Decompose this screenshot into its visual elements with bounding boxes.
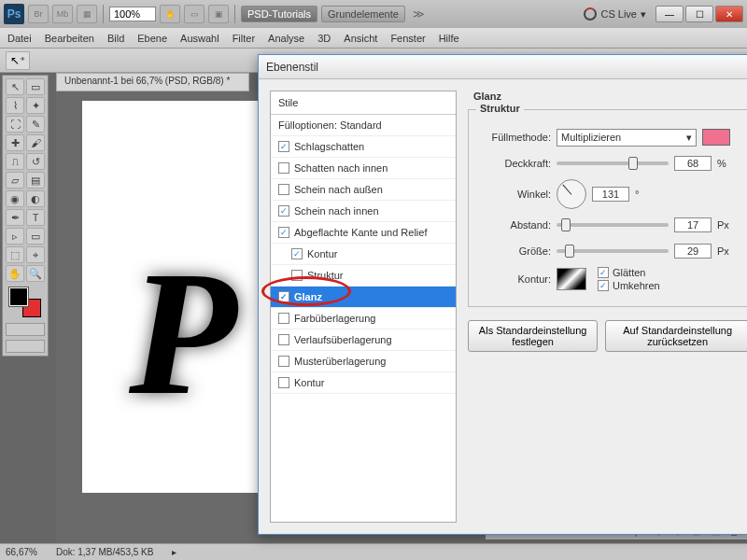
status-zoom[interactable]: 66,67%: [6, 547, 37, 557]
type-tool[interactable]: T: [26, 209, 45, 226]
document-tab[interactable]: Unbenannt-1 bei 66,7% (PSD, RGB/8) *: [56, 73, 249, 91]
menu-datei[interactable]: Datei: [7, 33, 32, 44]
style-row-schein-aussen[interactable]: Schein nach außen: [271, 179, 456, 201]
checkbox[interactable]: [278, 356, 289, 367]
menu-bild[interactable]: Bild: [107, 33, 124, 44]
crop-tool[interactable]: ⛶: [6, 116, 24, 133]
style-row-farbueberlagerung[interactable]: Farbüberlagerung: [271, 308, 456, 329]
slider-thumb[interactable]: [565, 245, 574, 258]
reset-default-button[interactable]: Auf Standardeinstellung zurücksetzen: [605, 320, 747, 352]
checkbox[interactable]: [291, 270, 303, 281]
styles-header[interactable]: Stile: [271, 91, 456, 115]
lasso-tool[interactable]: ⌇: [6, 97, 24, 114]
screen-mode-icon[interactable]: ▣: [208, 5, 229, 23]
checkbox[interactable]: [278, 227, 289, 238]
style-row-schein-innen[interactable]: Schein nach innen: [271, 201, 456, 222]
workspace-button[interactable]: Grundelemente: [321, 6, 405, 22]
move-tool-icon[interactable]: ↖⁺: [6, 51, 30, 70]
3d-tool[interactable]: ⬚: [6, 246, 24, 263]
angle-wheel[interactable]: [557, 179, 586, 209]
eraser-tool[interactable]: ▱: [6, 172, 24, 189]
dialog-titlebar[interactable]: Ebenenstil: [259, 55, 747, 79]
slider-thumb[interactable]: [628, 157, 638, 170]
style-row-glanz[interactable]: Glanz: [271, 287, 456, 308]
blur-tool[interactable]: ◉: [6, 190, 24, 207]
opacity-input[interactable]: 68: [674, 156, 712, 171]
minibridge-icon[interactable]: Mb: [52, 5, 73, 23]
maximize-button[interactable]: ☐: [685, 6, 713, 22]
foreground-color[interactable]: [9, 287, 28, 306]
checkbox[interactable]: [278, 162, 289, 174]
move-tool[interactable]: ↖: [6, 78, 24, 95]
minimize-button[interactable]: —: [655, 6, 684, 22]
menu-analyse[interactable]: Analyse: [268, 33, 304, 44]
style-row-kontur-sub[interactable]: Kontur: [271, 244, 456, 265]
menu-filter[interactable]: Filter: [233, 33, 255, 44]
angle-input[interactable]: 131: [592, 187, 629, 202]
history-brush-tool[interactable]: ↺: [26, 153, 45, 170]
status-chevron-icon[interactable]: ▸: [172, 547, 176, 557]
brush-tool[interactable]: 🖌: [26, 134, 45, 151]
menu-ebene[interactable]: Ebene: [137, 33, 167, 44]
zoom-tool[interactable]: 🔍: [26, 265, 45, 282]
style-row-schlagschatten[interactable]: Schlagschatten: [271, 136, 456, 158]
stamp-tool[interactable]: ⎍: [6, 153, 24, 170]
contour-picker[interactable]: [557, 268, 586, 290]
style-row-kontur[interactable]: Kontur: [271, 372, 456, 394]
shape-tool[interactable]: ▭: [26, 228, 45, 245]
checkbox[interactable]: [278, 141, 289, 152]
zoom-field[interactable]: 100%: [109, 7, 156, 21]
hand-icon[interactable]: ✋: [160, 5, 180, 23]
color-swatches[interactable]: [6, 286, 45, 319]
invert-checkbox[interactable]: Umkehren: [598, 280, 660, 291]
style-row-schatten-innen[interactable]: Schatten nach innen: [271, 158, 456, 179]
color-swatch[interactable]: [702, 129, 730, 146]
size-slider[interactable]: [557, 249, 669, 253]
screenmode-button[interactable]: [6, 340, 45, 353]
menu-auswahl[interactable]: Auswahl: [180, 33, 219, 44]
arrange-icon[interactable]: ▭: [184, 5, 204, 23]
checkbox[interactable]: [278, 184, 289, 195]
blend-mode-select[interactable]: Multiplizieren▾: [557, 129, 697, 147]
wand-tool[interactable]: ✦: [26, 97, 45, 114]
make-default-button[interactable]: Als Standardeinstellung festlegen: [468, 320, 598, 352]
menu-3d[interactable]: 3D: [317, 33, 331, 44]
quickmask-button[interactable]: [6, 323, 45, 336]
more-icon[interactable]: ≫: [409, 7, 429, 21]
gradient-tool[interactable]: ▤: [26, 172, 45, 189]
hand-tool[interactable]: ✋: [6, 265, 24, 282]
checkbox[interactable]: [278, 291, 289, 302]
checkbox[interactable]: [278, 205, 289, 217]
pen-tool[interactable]: ✒: [6, 209, 24, 226]
checkbox[interactable]: [278, 313, 289, 324]
checkbox[interactable]: [291, 248, 303, 259]
size-input[interactable]: 29: [674, 244, 712, 259]
menu-bearbeiten[interactable]: Bearbeiten: [45, 33, 94, 44]
distance-slider[interactable]: [557, 223, 669, 227]
menu-ansicht[interactable]: Ansicht: [344, 33, 377, 44]
cslive-button[interactable]: CS Live ▾: [584, 7, 646, 21]
path-tool[interactable]: ▹: [6, 228, 24, 245]
checkbox[interactable]: [278, 377, 289, 388]
heal-tool[interactable]: ✚: [6, 134, 24, 151]
style-row-bevel[interactable]: Abgeflachte Kante und Relief: [271, 222, 456, 244]
bridge-icon[interactable]: Br: [28, 5, 49, 23]
checkbox[interactable]: [278, 334, 289, 345]
opacity-slider[interactable]: [557, 161, 669, 165]
3dcam-tool[interactable]: ⌖: [26, 246, 45, 263]
antialias-checkbox[interactable]: Glätten: [598, 267, 660, 278]
close-button[interactable]: ✕: [715, 6, 743, 22]
menu-fenster[interactable]: Fenster: [390, 33, 425, 44]
workspace-button-active[interactable]: PSD-Tutorials: [241, 6, 317, 22]
style-row-struktur-sub[interactable]: Struktur: [271, 265, 456, 287]
distance-input[interactable]: 17: [674, 217, 712, 232]
marquee-tool[interactable]: ▭: [26, 78, 45, 95]
style-row-verlaufsueberlagerung[interactable]: Verlaufsüberlagerung: [271, 329, 456, 351]
dodge-tool[interactable]: ◐: [26, 190, 45, 207]
eyedropper-tool[interactable]: ✎: [26, 116, 45, 133]
status-doc-size[interactable]: Dok: 1,37 MB/453,5 KB: [56, 547, 154, 557]
style-row-musterueberlagerung[interactable]: Musterüberlagerung: [271, 351, 456, 372]
slider-thumb[interactable]: [561, 218, 571, 231]
fill-options-row[interactable]: Fülloptionen: Standard: [271, 115, 456, 136]
view-extras-icon[interactable]: ▦: [77, 5, 97, 23]
